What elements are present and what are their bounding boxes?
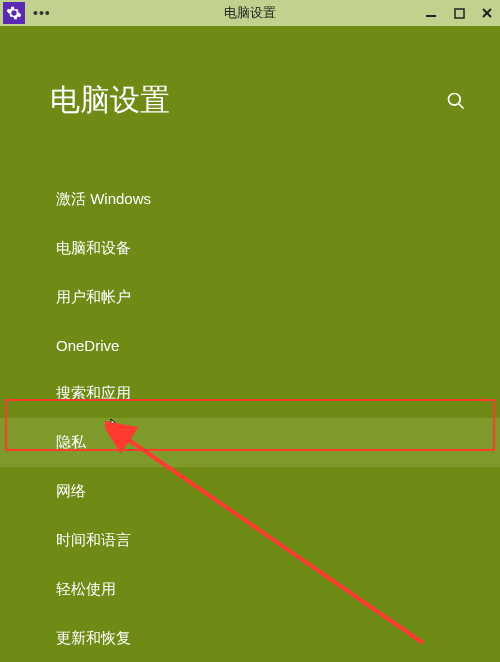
search-icon bbox=[446, 91, 466, 111]
menu-item[interactable]: 用户和帐户 bbox=[0, 273, 500, 322]
menu-item-label: OneDrive bbox=[56, 337, 119, 354]
menu-item-label: 用户和帐户 bbox=[56, 288, 131, 305]
header-row: 电脑设置 bbox=[0, 26, 500, 121]
menu-item[interactable]: 搜索和应用 bbox=[0, 369, 500, 418]
menu-item-label: 电脑和设备 bbox=[56, 239, 131, 256]
menu-item-label: 激活 Windows bbox=[56, 190, 151, 207]
menu-item-label: 搜索和应用 bbox=[56, 384, 131, 401]
menu-item[interactable]: 激活 Windows bbox=[0, 175, 500, 224]
menu-item[interactable]: 电脑和设备 bbox=[0, 224, 500, 273]
content-area: 电脑设置 激活 Windows电脑和设备用户和帐户OneDrive搜索和应用隐私… bbox=[0, 26, 500, 662]
search-button[interactable] bbox=[444, 89, 468, 113]
gear-icon bbox=[6, 5, 22, 21]
menu-item[interactable]: 轻松使用 bbox=[0, 565, 500, 614]
menu-item[interactable]: 时间和语言 bbox=[0, 516, 500, 565]
window-title: 电脑设置 bbox=[224, 4, 276, 22]
menu-item-label: 网络 bbox=[56, 482, 86, 499]
svg-point-4 bbox=[449, 93, 461, 105]
close-button[interactable] bbox=[480, 6, 494, 20]
page-title: 电脑设置 bbox=[50, 80, 170, 121]
menu-item[interactable]: 网络 bbox=[0, 467, 500, 516]
menu-item-label: 轻松使用 bbox=[56, 580, 116, 597]
title-bar: ••• 电脑设置 bbox=[0, 0, 500, 26]
svg-rect-1 bbox=[455, 9, 464, 18]
menu-item[interactable]: 隐私 bbox=[0, 418, 500, 467]
menu-item[interactable]: 更新和恢复 bbox=[0, 614, 500, 662]
app-icon bbox=[3, 2, 25, 24]
menu-item-label: 隐私 bbox=[56, 433, 86, 450]
window-controls bbox=[424, 6, 494, 20]
menu-item[interactable]: OneDrive bbox=[0, 322, 500, 369]
overflow-dots[interactable]: ••• bbox=[33, 5, 51, 21]
settings-menu: 激活 Windows电脑和设备用户和帐户OneDrive搜索和应用隐私网络时间和… bbox=[0, 175, 500, 662]
menu-item-label: 时间和语言 bbox=[56, 531, 131, 548]
svg-line-5 bbox=[459, 103, 464, 108]
maximize-button[interactable] bbox=[452, 6, 466, 20]
minimize-button[interactable] bbox=[424, 6, 438, 20]
menu-item-label: 更新和恢复 bbox=[56, 629, 131, 646]
